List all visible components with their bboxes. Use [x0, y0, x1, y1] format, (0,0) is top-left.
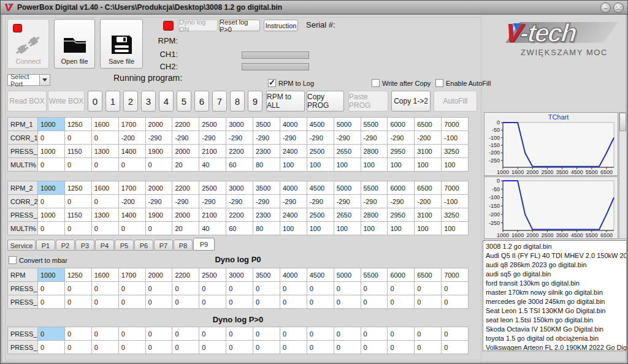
- table-cell[interactable]: 4500: [307, 181, 334, 195]
- table-cell[interactable]: 7000: [442, 181, 469, 195]
- table-cell[interactable]: 0: [64, 341, 91, 354]
- table-cell[interactable]: -290: [145, 195, 172, 208]
- instruction-button[interactable]: Instruction: [264, 20, 298, 31]
- scrollbar-thumb[interactable]: [619, 113, 626, 131]
- table-cell[interactable]: 0: [199, 327, 226, 341]
- table-cell[interactable]: 0: [91, 327, 118, 341]
- table-cell[interactable]: 0: [442, 327, 469, 341]
- rpm-to-log-checkbox[interactable]: RPM to Log: [268, 79, 314, 87]
- table-cell[interactable]: -290: [334, 131, 361, 145]
- table-cell[interactable]: 0: [415, 327, 442, 341]
- table-cell[interactable]: 2500: [199, 268, 226, 282]
- table-cell[interactable]: -290: [172, 195, 199, 208]
- program-digit-button-7[interactable]: 7: [212, 91, 227, 112]
- table-cell[interactable]: 1150: [64, 208, 91, 222]
- table-cell[interactable]: 2500: [307, 145, 334, 158]
- table-cell[interactable]: 0: [280, 327, 307, 341]
- table-cell[interactable]: 0: [415, 282, 442, 295]
- copy-1-to-2-button[interactable]: Copy 1->2: [391, 91, 431, 112]
- table-cell[interactable]: 2000: [145, 181, 172, 195]
- table-cell[interactable]: 2300: [253, 145, 280, 158]
- table-cell[interactable]: 2000: [172, 208, 199, 222]
- table-cell[interactable]: -290: [280, 195, 307, 208]
- table-cell[interactable]: 4500: [307, 118, 334, 131]
- table-cell[interactable]: -290: [361, 131, 388, 145]
- table-cell[interactable]: 0: [38, 341, 65, 354]
- table-cell[interactable]: 2650: [334, 145, 361, 158]
- table-cell[interactable]: 0: [145, 341, 172, 354]
- tab-p4[interactable]: P4: [95, 240, 114, 251]
- table-cell[interactable]: -290: [307, 131, 334, 145]
- file-list-item[interactable]: master 170km nowy silnik go digital.bin: [486, 288, 626, 297]
- tab-p5[interactable]: P5: [115, 240, 134, 251]
- table-cell[interactable]: -290: [280, 131, 307, 145]
- close-button[interactable]: ✕: [613, 2, 624, 13]
- table-cell[interactable]: 0: [38, 158, 65, 172]
- table-cell[interactable]: 100: [307, 158, 334, 172]
- write-box-button[interactable]: Write BOX: [48, 91, 85, 112]
- table-cell[interactable]: 0: [38, 222, 65, 235]
- table-cell[interactable]: 100: [442, 222, 469, 235]
- table-cell[interactable]: 1900: [145, 145, 172, 158]
- table-cell[interactable]: 0: [361, 282, 388, 295]
- table-cell[interactable]: 100: [307, 222, 334, 235]
- table-cell[interactable]: 6500: [415, 268, 442, 282]
- table-cell[interactable]: -200: [415, 131, 442, 145]
- write-after-copy-checkbox[interactable]: Write after Copy: [372, 79, 431, 87]
- table-cell[interactable]: 3100: [415, 208, 442, 222]
- table-cell[interactable]: 0: [199, 282, 226, 295]
- table-cell[interactable]: 100: [361, 222, 388, 235]
- table-cell[interactable]: 0: [118, 341, 145, 354]
- table-cell[interactable]: 0: [64, 158, 91, 172]
- table-cell[interactable]: 1150: [64, 145, 91, 158]
- table-cell[interactable]: 0: [172, 341, 199, 354]
- table-cell[interactable]: 0: [388, 327, 415, 341]
- table-cell[interactable]: 3000: [226, 268, 253, 282]
- table-cell[interactable]: 7000: [442, 118, 469, 131]
- table-cell[interactable]: 3250: [442, 145, 469, 158]
- table-cell[interactable]: 0: [253, 341, 280, 354]
- table-cell[interactable]: 1400: [118, 208, 145, 222]
- file-list-item[interactable]: Volkswagen Arteon FL 2.0 190KM 2022 Go D…: [486, 343, 626, 351]
- table-cell[interactable]: 4000: [280, 118, 307, 131]
- table-cell[interactable]: 100: [388, 158, 415, 172]
- table-cell[interactable]: 5500: [361, 118, 388, 131]
- table-cell[interactable]: 1000: [38, 181, 65, 195]
- table-cell[interactable]: 0: [226, 341, 253, 354]
- tab-p6[interactable]: P6: [134, 240, 153, 251]
- table-cell[interactable]: 0: [145, 282, 172, 295]
- table-cell[interactable]: 80: [253, 222, 280, 235]
- table-cell[interactable]: -100: [442, 131, 469, 145]
- table-cell[interactable]: -290: [334, 195, 361, 208]
- table-cell[interactable]: -290: [199, 131, 226, 145]
- table-cell[interactable]: 1300: [91, 208, 118, 222]
- table-cell[interactable]: 0: [64, 195, 91, 208]
- table-cell[interactable]: 0: [388, 295, 415, 309]
- table-cell[interactable]: 0: [442, 295, 469, 309]
- table-cell[interactable]: 0: [280, 282, 307, 295]
- table-cell[interactable]: 0: [253, 295, 280, 309]
- table-cell[interactable]: 0: [334, 327, 361, 341]
- table-cell[interactable]: 1600: [91, 118, 118, 131]
- table-cell[interactable]: 0: [38, 131, 65, 145]
- autofill-button[interactable]: AutoFill: [434, 91, 477, 112]
- tab-p8[interactable]: P8: [174, 240, 193, 251]
- table-cell[interactable]: 0: [307, 327, 334, 341]
- table-cell[interactable]: 40: [199, 158, 226, 172]
- table-cell[interactable]: 2200: [226, 145, 253, 158]
- table-cell[interactable]: 3000: [226, 181, 253, 195]
- program-digit-button-6[interactable]: 6: [194, 91, 209, 112]
- table-cell[interactable]: 1000: [38, 268, 65, 282]
- table-cell[interactable]: 0: [64, 282, 91, 295]
- table-cell[interactable]: 3000: [226, 118, 253, 131]
- table-cell[interactable]: 3500: [253, 118, 280, 131]
- table-cell[interactable]: -290: [145, 131, 172, 145]
- open-file-button[interactable]: Open file: [54, 19, 95, 69]
- table-cell[interactable]: 100: [415, 222, 442, 235]
- table-cell[interactable]: 3500: [253, 268, 280, 282]
- reset-log-button[interactable]: Reset log P>0: [219, 20, 260, 31]
- table-cell[interactable]: 1000: [38, 145, 65, 158]
- table-cell[interactable]: 1400: [118, 145, 145, 158]
- file-list-item[interactable]: toyota 1.5 go digital od obciążenia.bin: [486, 334, 626, 343]
- table-cell[interactable]: 0: [226, 295, 253, 309]
